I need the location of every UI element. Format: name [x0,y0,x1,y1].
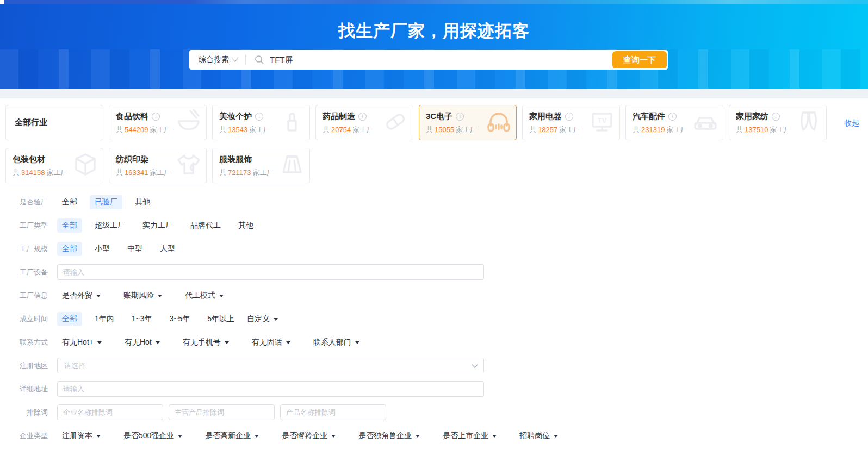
info-icon[interactable]: i [565,113,573,121]
filter-row: 联系方式有无Hot+有无Hot有无手机号有无固话联系人部门 [5,334,868,350]
collapse-link[interactable]: 收起 [844,118,859,128]
filter-dropdown-label: 是否独角兽企业 [358,431,412,441]
filter-dropdown[interactable]: 是否500强企业 [123,431,182,441]
filter-dropdown[interactable]: 有无Hot+ [62,338,102,347]
industry-card[interactable]: 美妆个护i共13543家工厂 [212,105,310,140]
filter-dropdown[interactable]: 有无手机号 [183,338,229,347]
search-button[interactable]: 查询一下 [612,51,667,68]
filter-dropdown[interactable]: 注册资本 [62,431,101,441]
filter-chip[interactable]: 全部 [57,242,82,256]
count-value: 137510 [745,126,768,134]
industry-card-label: 美妆个护 [219,111,252,122]
filter-chip[interactable]: 其他 [233,218,258,233]
info-icon[interactable]: i [456,113,464,121]
filter-chip[interactable]: 超级工厂 [90,218,130,233]
filter-dropdown-label: 有无固话 [252,338,282,347]
filter-label: 工厂规模 [16,244,48,254]
industry-card[interactable]: 家用家纺i共137510家工厂 [729,105,827,140]
search-input[interactable] [269,49,668,70]
industry-card[interactable]: 汽车配件i共231319家工厂 [625,105,723,140]
count-prefix: 共 [736,126,743,134]
count-value: 15055 [435,126,454,134]
filter-dropdown[interactable]: 招聘岗位 [519,431,558,441]
filter-chip[interactable]: 品牌代工 [185,218,226,233]
filter-chip[interactable]: 1~3年 [127,312,157,326]
filter-dropdown-label: 是否瞪羚企业 [282,431,327,441]
industry-card-title-row: 食品饮料i [116,111,200,122]
industry-card-count: 共13543家工厂 [219,125,303,135]
count-value: 13543 [228,126,247,134]
banner-top-strip [0,0,868,4]
caret-down-icon [219,295,224,297]
count-suffix: 家工厂 [252,168,274,177]
search-category-label: 综合搜索 [199,55,229,65]
filter-text-input[interactable] [57,381,484,397]
filter-label: 是否验厂 [16,197,48,207]
filter-row: 工厂类型全部超级工厂实力工厂品牌代工其他 [5,217,868,233]
filter-row: 排除词 [5,404,868,420]
filter-dropdown[interactable]: 是否上市企业 [443,431,497,441]
filter-chip[interactable]: 1年内 [90,312,119,326]
industry-card-label: 食品饮料 [116,111,148,122]
industry-card-title-row: 药品制造i [323,111,406,122]
search-category-dropdown[interactable]: 综合搜索 [189,55,245,65]
filter-chip[interactable]: 3~5年 [165,312,195,326]
filter-dropdown[interactable]: 是否高新企业 [205,431,259,441]
info-icon[interactable]: i [255,113,263,121]
filter-content: 注册资本是否500强企业是否高新企业是否瞪羚企业是否独角兽企业是否上市企业招聘岗… [57,431,581,441]
filter-dropdown[interactable]: 联系人部门 [313,338,359,347]
caret-down-icon [554,435,558,438]
filter-chip[interactable]: 大型 [155,242,180,256]
filter-chip[interactable]: 全部 [57,218,82,233]
filter-chip[interactable]: 全部 [57,195,82,209]
exclude-word-input[interactable] [169,404,275,420]
exclude-word-input[interactable] [280,404,386,420]
filter-content: 全部超级工厂实力工厂品牌代工其他 [57,218,266,233]
filter-dropdown[interactable]: 自定义 [247,314,278,324]
count-value: 18257 [538,126,557,134]
filter-dropdown[interactable]: 是否外贸 [62,291,101,301]
info-icon[interactable]: i [152,113,160,121]
industry-card-all[interactable]: 全部行业 [5,105,103,140]
industry-card[interactable]: 3C电子i共15055家工厂 [419,105,517,140]
filter-dropdown[interactable]: 是否独角兽企业 [358,431,420,441]
filter-chip[interactable]: 实力工厂 [138,218,178,233]
filter-text-input[interactable] [57,264,484,280]
industry-card[interactable]: 家用电器i共18257家工厂TV [522,105,620,140]
industry-card-title-row: 3C电子i [426,111,510,122]
industry-card[interactable]: 纺织印染共163341家工厂 [109,148,207,183]
filter-chip[interactable]: 5年以上 [202,312,239,326]
filter-content: 请选择 [57,358,484,373]
count-prefix: 共 [116,126,123,134]
info-icon[interactable]: i [772,113,780,121]
filter-dropdown-label: 招聘岗位 [519,431,550,441]
industry-card[interactable]: 药品制造i共20754家工厂 [315,105,413,140]
industry-card[interactable]: 包装包材共314158家工厂 [5,148,103,183]
count-value: 231319 [641,126,665,134]
count-prefix: 共 [219,168,226,177]
region-select[interactable]: 请选择 [57,358,484,373]
industry-card-label: 包装包材 [13,154,45,165]
filter-chip[interactable]: 中型 [122,242,147,256]
info-icon[interactable]: i [358,113,367,121]
industry-card[interactable]: 食品饮料i共544209家工厂 [109,105,207,140]
industry-grid: 全部行业食品饮料i共544209家工厂美妆个护i共13543家工厂药品制造i共2… [5,105,833,183]
filter-dropdown[interactable]: 账期风险 [123,291,162,301]
exclude-word-input[interactable] [57,404,163,420]
filter-dropdown-label: 有无Hot+ [62,338,94,347]
filter-chip[interactable]: 全部 [57,312,82,326]
info-icon[interactable]: i [668,113,677,121]
filter-dropdown[interactable]: 有无Hot [125,338,160,347]
filter-chip[interactable]: 其他 [130,195,155,209]
industry-card[interactable]: 服装服饰共721173家工厂 [212,148,310,183]
count-suffix: 家工厂 [249,126,270,134]
filter-dropdown[interactable]: 是否瞪羚企业 [282,431,336,441]
count-prefix: 共 [529,126,536,134]
industry-card-label: 3C电子 [426,111,452,122]
industry-card-count: 共15055家工厂 [426,125,510,135]
industry-card-title-row: 美妆个护i [219,111,303,122]
filter-chip[interactable]: 已验厂 [90,195,122,209]
filter-dropdown[interactable]: 代工模式 [185,291,224,301]
filter-chip[interactable]: 小型 [90,242,115,256]
filter-dropdown[interactable]: 有无固话 [252,338,290,347]
